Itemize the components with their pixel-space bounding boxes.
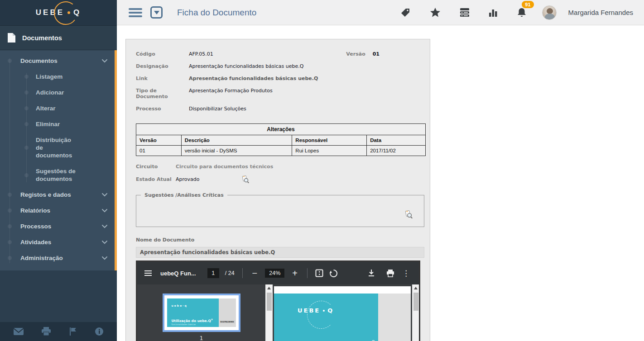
sidebar-filler bbox=[0, 270, 117, 322]
bullet-icon bbox=[8, 208, 12, 213]
sidebar-item-label: Relatórios bbox=[20, 207, 50, 214]
more-options-icon[interactable]: ⋮ bbox=[400, 269, 412, 278]
sugestoes-fieldset: Sugestões /Análises Críticas bbox=[136, 192, 424, 227]
queue-icon[interactable] bbox=[456, 8, 473, 18]
document-card: Código AFP.05.01 Versão 01 Designação Ap… bbox=[125, 39, 430, 341]
sidebar-item-sugestoes-de-documentos[interactable]: Sugestões de documentos bbox=[0, 163, 115, 187]
menu-toggle-icon[interactable] bbox=[129, 8, 142, 17]
info-icon[interactable] bbox=[95, 327, 104, 336]
user-name: Margarida Fernandes bbox=[568, 9, 633, 16]
pdf-main-scrollbar[interactable] bbox=[412, 284, 419, 341]
sidebar-item-label: Administração bbox=[20, 255, 63, 261]
sidebar-item-eliminar[interactable]: Eliminar bbox=[0, 116, 115, 132]
sidebar-item-documentos[interactable]: Documentos bbox=[0, 53, 115, 69]
chevron-down-icon bbox=[102, 59, 107, 63]
thumbnail-slide-side: DIGITALWIND bbox=[219, 298, 236, 327]
sidebar-section-documentos[interactable]: Documentos bbox=[0, 25, 117, 50]
main-content: Código AFP.05.01 Versão 01 Designação Ap… bbox=[117, 26, 644, 341]
cell-data: 2017/11/02 bbox=[367, 146, 426, 156]
pdf-page: uebeq Utilização do uebe.Q® bbox=[274, 286, 411, 341]
circuito-value: Circuito para documentos técnicos bbox=[176, 164, 273, 170]
sidebar-item-administracao[interactable]: Administração bbox=[0, 250, 115, 266]
alteracoes-table-title: Alterações bbox=[136, 124, 426, 135]
mail-icon[interactable] bbox=[13, 327, 24, 336]
toolbar-divider bbox=[242, 268, 243, 278]
pdf-thumbnail-pane: uebe·q Utilização do uebe.Q® funcionalid… bbox=[137, 284, 265, 341]
sidebar-menu: Documentos Listagem Adicionar Alterar El… bbox=[0, 50, 117, 270]
table-row: 01 versão inicial - DySMS Rui Lopes 2017… bbox=[136, 146, 426, 156]
pdf-print-icon[interactable] bbox=[386, 270, 394, 277]
field-row-link: Link Apresentação funcionalidades básica… bbox=[136, 76, 423, 81]
download-icon[interactable] bbox=[368, 269, 375, 277]
flag-icon[interactable] bbox=[68, 327, 77, 336]
notifications-bell-icon[interactable]: 91 bbox=[513, 7, 530, 18]
slide-side-panel bbox=[378, 294, 411, 341]
field-row-estado: Estado Atual Aprovado bbox=[136, 175, 423, 183]
preview-magnifier-icon[interactable] bbox=[242, 175, 250, 183]
designacao-label: Designação bbox=[136, 63, 189, 69]
sidebar-item-relatorios[interactable]: Relatórios bbox=[0, 203, 115, 218]
scrollbar-thumb[interactable] bbox=[267, 293, 272, 311]
field-row-codigo: Código AFP.05.01 Versão 01 bbox=[136, 51, 423, 57]
app-logo[interactable]: uebe q bbox=[0, 0, 117, 25]
cell-responsavel: Rui Lopes bbox=[292, 146, 367, 156]
print-icon[interactable] bbox=[41, 327, 51, 336]
cell-descricao: versão inicial - DySMS bbox=[181, 146, 292, 156]
rotate-icon[interactable] bbox=[329, 269, 338, 278]
tag-icon[interactable] bbox=[396, 7, 414, 18]
scrollbar-thumb[interactable] bbox=[413, 293, 418, 311]
sidebar-item-listagem[interactable]: Listagem bbox=[0, 69, 115, 85]
pdf-page-input[interactable]: 1 bbox=[207, 268, 219, 278]
sidebar-item-registos-e-dados[interactable]: Registos e dados bbox=[0, 187, 115, 203]
zoom-level-input[interactable]: 24% bbox=[265, 269, 284, 278]
zoom-out-button[interactable]: − bbox=[250, 269, 260, 278]
collapse-panel-icon[interactable] bbox=[150, 6, 163, 19]
pdf-page-total: / 24 bbox=[225, 270, 235, 276]
preview-magnifier-icon[interactable] bbox=[405, 210, 413, 220]
codigo-value: AFP.05.01 bbox=[189, 51, 213, 57]
topbar: Ficha do Documento 91 Margarida Fernande… bbox=[117, 0, 644, 25]
pdf-menu-icon[interactable] bbox=[144, 270, 152, 276]
document-link[interactable]: Apresentação funcionalidades básicas ueb… bbox=[189, 76, 318, 81]
sidebar-item-label: Adicionar bbox=[36, 89, 64, 96]
slide-logo-mini: uebe·q bbox=[172, 304, 187, 307]
thumbnail-scrollbar[interactable] bbox=[265, 284, 273, 341]
chevron-down-icon bbox=[102, 225, 107, 228]
sidebar-item-atividades[interactable]: Atividades bbox=[0, 234, 115, 250]
sugestoes-legend: Sugestões /Análises Críticas bbox=[141, 192, 227, 198]
star-icon[interactable] bbox=[426, 7, 444, 18]
chevron-down-icon bbox=[102, 193, 107, 197]
chevron-down-icon bbox=[102, 209, 107, 213]
sidebar-item-adicionar[interactable]: Adicionar bbox=[0, 85, 115, 100]
fit-to-page-icon[interactable] bbox=[315, 269, 323, 277]
sidebar-item-label: Eliminar bbox=[36, 120, 60, 128]
topbar-actions: 91 Margarida Fernandes bbox=[396, 5, 644, 20]
document-name-bar: Apresentação funcionalidades básicas ueb… bbox=[136, 247, 424, 258]
user-avatar[interactable] bbox=[542, 5, 557, 20]
sidebar-item-label: Documentos bbox=[20, 57, 58, 64]
bullet-icon bbox=[24, 90, 29, 95]
sidebar-item-alterar[interactable]: Alterar bbox=[0, 100, 115, 116]
bullet-icon bbox=[24, 106, 29, 110]
column-header-data: Data bbox=[367, 135, 426, 146]
designacao-value: Apresentação funcionalidades básicas ueb… bbox=[189, 63, 303, 69]
versao-value: 01 bbox=[373, 51, 380, 57]
scroll-up-icon[interactable] bbox=[414, 287, 418, 289]
sidebar-item-processos[interactable]: Processos bbox=[0, 218, 115, 234]
codigo-label: Código bbox=[136, 51, 189, 57]
estado-label: Estado Atual bbox=[136, 176, 176, 182]
scroll-up-icon[interactable] bbox=[267, 287, 271, 289]
thumb-slide-subtitle: funcionalidades básicas bbox=[172, 323, 196, 326]
notifications-count-badge: 91 bbox=[522, 1, 533, 8]
circuito-label: Circuito bbox=[136, 164, 176, 170]
zoom-in-button[interactable]: + bbox=[290, 269, 299, 278]
pdf-page-thumbnail[interactable]: uebe·q Utilização do uebe.Q® funcionalid… bbox=[163, 294, 240, 332]
document-icon bbox=[7, 33, 16, 43]
slide-logo: uebeq bbox=[298, 307, 334, 314]
bullet-icon bbox=[8, 224, 12, 228]
bar-chart-icon[interactable] bbox=[485, 8, 501, 17]
pdf-title: uebeQ Fun... bbox=[160, 270, 196, 277]
sidebar-footer bbox=[0, 322, 117, 341]
sidebar-item-distribuicao-de-documentos[interactable]: Distribuição de documentos bbox=[0, 132, 115, 163]
thumbnail-page-number: 1 bbox=[200, 335, 203, 341]
